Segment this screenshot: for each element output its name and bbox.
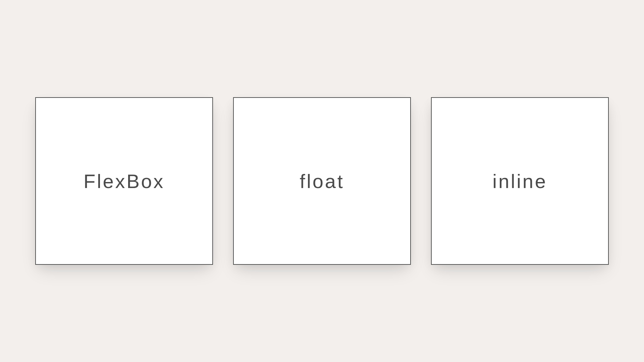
card-flexbox: FlexBox (35, 97, 213, 265)
card-inline: inline (431, 97, 609, 265)
card-label: float (300, 170, 344, 192)
card-label: inline (492, 170, 547, 192)
card-float: float (233, 97, 411, 265)
card-row: FlexBox float inline (35, 97, 609, 265)
card-label: FlexBox (84, 170, 165, 192)
